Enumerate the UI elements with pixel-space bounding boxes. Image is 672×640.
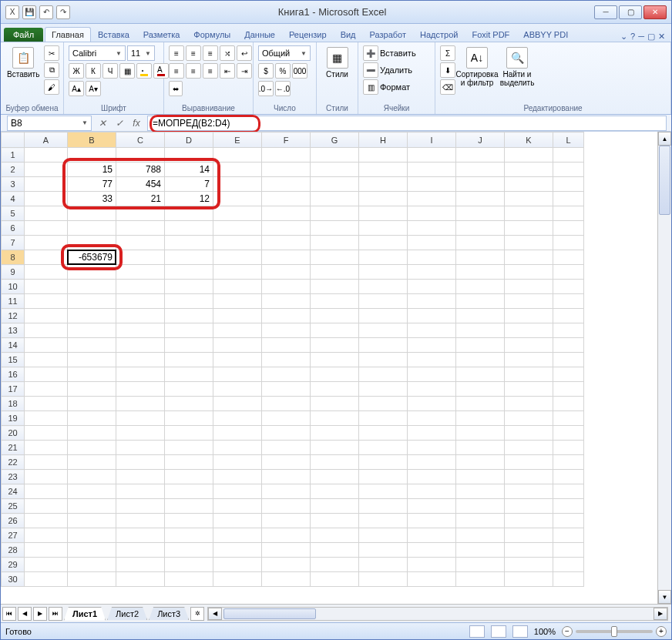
cell[interactable] bbox=[165, 455, 213, 470]
cell[interactable] bbox=[25, 411, 68, 426]
cell[interactable] bbox=[505, 470, 553, 484]
cell[interactable] bbox=[165, 265, 213, 280]
cell[interactable] bbox=[262, 323, 311, 338]
sheet-nav-prev[interactable]: ◀ bbox=[18, 607, 32, 621]
cell[interactable] bbox=[553, 441, 584, 455]
cell[interactable] bbox=[311, 323, 359, 338]
cell[interactable] bbox=[311, 163, 359, 177]
cell[interactable] bbox=[359, 572, 408, 587]
row-header[interactable]: 9 bbox=[2, 265, 25, 280]
cell[interactable] bbox=[213, 250, 262, 265]
cell[interactable] bbox=[311, 572, 359, 587]
cell[interactable] bbox=[68, 470, 116, 484]
cell[interactable] bbox=[456, 558, 505, 572]
zoom-thumb[interactable] bbox=[611, 626, 617, 637]
cell[interactable] bbox=[553, 528, 584, 543]
cell[interactable] bbox=[359, 543, 408, 558]
cell[interactable] bbox=[311, 353, 359, 367]
cell[interactable] bbox=[359, 382, 408, 397]
format-painter-button[interactable]: 🖌 bbox=[44, 79, 59, 95]
cell[interactable] bbox=[25, 514, 68, 528]
col-header[interactable]: F bbox=[262, 132, 311, 148]
cell[interactable] bbox=[505, 221, 553, 236]
undo-button[interactable]: ↶ bbox=[39, 5, 53, 19]
enter-formula-button[interactable]: ✓ bbox=[112, 116, 127, 131]
cell[interactable] bbox=[213, 280, 262, 294]
cell[interactable] bbox=[359, 367, 408, 382]
cell[interactable] bbox=[68, 294, 116, 309]
cell[interactable] bbox=[25, 177, 68, 192]
cell[interactable] bbox=[456, 543, 505, 558]
cell[interactable] bbox=[116, 338, 165, 353]
cell[interactable] bbox=[408, 470, 456, 484]
align-right-button[interactable]: ≡ bbox=[203, 63, 218, 79]
cell[interactable] bbox=[213, 543, 262, 558]
cell[interactable] bbox=[25, 236, 68, 250]
cell[interactable] bbox=[505, 177, 553, 192]
row-header[interactable]: 24 bbox=[2, 484, 25, 499]
cell[interactable] bbox=[165, 309, 213, 323]
cell[interactable]: 7 bbox=[165, 177, 213, 192]
cell[interactable] bbox=[359, 163, 408, 177]
row-header[interactable]: 8 bbox=[2, 250, 25, 265]
sheet-nav-first[interactable]: ⏮ bbox=[2, 607, 16, 621]
grow-font-button[interactable]: A▴ bbox=[69, 81, 84, 96]
excel-icon[interactable]: X bbox=[5, 5, 19, 19]
cell[interactable] bbox=[213, 236, 262, 250]
cell[interactable] bbox=[213, 177, 262, 192]
cell[interactable] bbox=[505, 499, 553, 514]
cell[interactable] bbox=[505, 309, 553, 323]
cell[interactable] bbox=[311, 250, 359, 265]
cell[interactable] bbox=[408, 484, 456, 499]
cell[interactable] bbox=[262, 206, 311, 221]
cell[interactable] bbox=[116, 250, 165, 265]
cell[interactable] bbox=[359, 338, 408, 353]
file-tab[interactable]: Файл bbox=[4, 28, 43, 42]
cell[interactable] bbox=[553, 177, 584, 192]
cell[interactable] bbox=[505, 323, 553, 338]
cell[interactable] bbox=[262, 236, 311, 250]
cell[interactable] bbox=[553, 353, 584, 367]
cell[interactable] bbox=[311, 455, 359, 470]
cell[interactable] bbox=[553, 294, 584, 309]
cell[interactable] bbox=[408, 280, 456, 294]
cell[interactable] bbox=[456, 528, 505, 543]
maximize-button[interactable]: ▢ bbox=[619, 5, 642, 19]
cell[interactable] bbox=[68, 338, 116, 353]
cell[interactable] bbox=[25, 426, 68, 441]
cell[interactable] bbox=[456, 163, 505, 177]
cell[interactable] bbox=[553, 484, 584, 499]
cell[interactable] bbox=[165, 338, 213, 353]
cell[interactable] bbox=[408, 411, 456, 426]
cell[interactable] bbox=[116, 499, 165, 514]
scroll-down-button[interactable]: ▼ bbox=[658, 590, 671, 604]
fx-button[interactable]: fx bbox=[129, 116, 144, 131]
close-button[interactable]: ✕ bbox=[643, 5, 667, 19]
cell[interactable] bbox=[25, 206, 68, 221]
cell[interactable] bbox=[553, 148, 584, 163]
cell[interactable] bbox=[165, 572, 213, 587]
cell[interactable] bbox=[213, 382, 262, 397]
fill-color-button[interactable]: ⬩ bbox=[136, 63, 152, 79]
cell[interactable] bbox=[505, 382, 553, 397]
cell[interactable] bbox=[68, 397, 116, 411]
cell[interactable] bbox=[359, 484, 408, 499]
tab-developer[interactable]: Разработ bbox=[363, 27, 413, 42]
row-header[interactable]: 23 bbox=[2, 470, 25, 484]
paste-button[interactable]: 📋 Вставить bbox=[5, 45, 41, 80]
cell[interactable] bbox=[262, 455, 311, 470]
cell[interactable] bbox=[456, 192, 505, 206]
cell[interactable] bbox=[165, 206, 213, 221]
cell[interactable] bbox=[262, 514, 311, 528]
cell[interactable] bbox=[505, 236, 553, 250]
cell[interactable] bbox=[359, 426, 408, 441]
cell[interactable] bbox=[262, 382, 311, 397]
cell[interactable] bbox=[553, 206, 584, 221]
cell[interactable] bbox=[262, 572, 311, 587]
cell[interactable] bbox=[553, 382, 584, 397]
cell[interactable] bbox=[408, 528, 456, 543]
cell[interactable] bbox=[68, 353, 116, 367]
cell[interactable] bbox=[68, 426, 116, 441]
cell[interactable] bbox=[116, 426, 165, 441]
tab-home[interactable]: Главная bbox=[45, 27, 91, 42]
